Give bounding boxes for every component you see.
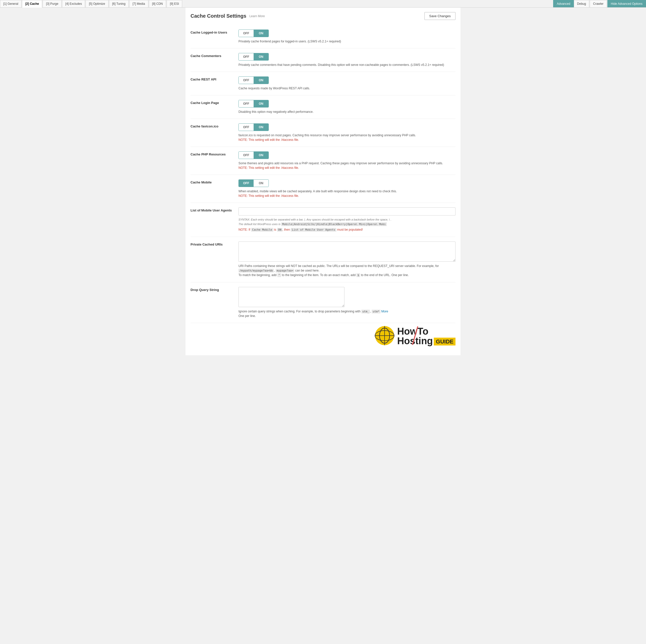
desc-cache-favicon: favicon.ico is requested on most pages. … xyxy=(238,133,455,137)
desc-cache-rest-api: Cache requests made by WordPress REST AP… xyxy=(238,86,455,91)
toggle-on-cache-mobile[interactable]: ON xyxy=(253,180,268,187)
note-suffix: must be populated! xyxy=(337,228,363,231)
setting-label-cache-logged-in: Cache Logged-in Users xyxy=(191,29,233,34)
private-cached-uris-textarea[interactable] xyxy=(238,241,455,262)
setting-control-cache-rest-api: OFF ON Cache requests made by WordPress … xyxy=(238,77,455,91)
setting-list-mobile-user-agents: List of Mobile User Agents SYNTAX: Each … xyxy=(191,203,455,237)
tab-cache[interactable]: [2] Cache xyxy=(22,0,42,8)
tab-crawler[interactable]: Crawler xyxy=(590,0,607,7)
setting-cache-php-resources: Cache PHP Resources OFF ON Some themes a… xyxy=(191,147,455,175)
tab-debug[interactable]: Debug xyxy=(574,0,589,7)
note-cache-mobile-code: Cache Mobile xyxy=(251,228,273,232)
tab-purge[interactable]: [3] Purge xyxy=(43,0,62,7)
setting-drop-query-string: Drop Query String Ignore certain query s… xyxy=(191,283,455,323)
toggle-off-cache-logged-in[interactable]: OFF xyxy=(239,30,253,37)
note-mobile-user-agents: NOTE: If Cache Mobile is ON, then List o… xyxy=(238,227,455,232)
setting-cache-favicon: Cache favicon.ico OFF ON favicon.ico is … xyxy=(191,119,455,147)
setting-control-list-mobile: SYNTAX: Each entry should be separated w… xyxy=(238,207,455,232)
caret-code: ^ xyxy=(277,273,281,277)
private-uris-example2-code: mypage?aa= xyxy=(276,269,294,273)
desc-drop-query-string: Ignore certain query strings when cachin… xyxy=(238,309,455,318)
setting-cache-commenters: Cache Commenters OFF ON Privately cache … xyxy=(191,48,455,72)
toggle-on-cache-logged-in[interactable]: ON xyxy=(253,30,268,37)
setting-label-private-cached-uris: Private Cached URIs xyxy=(191,241,233,246)
setting-control-private-cached-uris: URI Paths containing these strings will … xyxy=(238,241,455,278)
toggle-off-cache-php-resources[interactable]: OFF xyxy=(239,152,253,159)
accent-slash-icon xyxy=(410,326,420,346)
tab-esi[interactable]: [9] ESI xyxy=(167,0,182,7)
tab-general[interactable]: [1] General xyxy=(0,0,21,7)
toggle-off-cache-favicon[interactable]: OFF xyxy=(239,124,253,131)
desc-cache-php-resources: Some themes and plugins add resources vi… xyxy=(238,161,455,166)
svg-line-5 xyxy=(413,327,418,344)
howtohosting-text: HowToHostingGUIDE xyxy=(397,327,455,346)
setting-label-cache-php-resources: Cache PHP Resources xyxy=(191,151,233,156)
dqs-example1-code: utm_ xyxy=(361,310,370,313)
tab-advanced[interactable]: Advanced xyxy=(553,0,573,7)
dqs-more-link[interactable]: More xyxy=(381,310,388,313)
top-navigation: [1] General [2] Cache [3] Purge [4] Excl… xyxy=(0,0,646,8)
setting-control-cache-login-page: OFF ON Disabling this option may negativ… xyxy=(238,100,455,114)
note-cache-php-resources: NOTE: This setting will edit the .htacce… xyxy=(238,166,455,170)
desc-cache-logged-in: Privately cache frontend pages for logge… xyxy=(238,39,455,44)
toggle-on-cache-login-page[interactable]: ON xyxy=(253,100,268,107)
logo-area: HowToHostingGUIDE xyxy=(191,323,455,351)
default-list-code: Mobile|Android|Silk/|Kindle|BlackBerry|O… xyxy=(281,222,387,226)
toggle-cache-commenters[interactable]: OFF ON xyxy=(238,53,269,61)
toggle-on-cache-php-resources[interactable]: ON xyxy=(253,152,268,159)
toggle-cache-php-resources[interactable]: OFF ON xyxy=(238,151,269,159)
setting-cache-rest-api: Cache REST API OFF ON Cache requests mad… xyxy=(191,72,455,95)
toggle-off-cache-commenters[interactable]: OFF xyxy=(239,53,253,60)
private-uris-example1-code: /mypath/mypage?aa=bb xyxy=(238,269,274,273)
note-list-code: List of Mobile User Agents xyxy=(291,228,336,232)
desc-cache-mobile: When enabled, mobile views will be cache… xyxy=(238,189,455,194)
setting-label-cache-login-page: Cache Login Page xyxy=(191,100,233,105)
toggle-cache-rest-api[interactable]: OFF ON xyxy=(238,77,269,84)
toggle-off-cache-login-page[interactable]: OFF xyxy=(239,100,253,107)
tab-excludes[interactable]: [4] Excludes xyxy=(62,0,85,7)
tab-optimize[interactable]: [5] Optimize xyxy=(86,0,108,7)
toggle-on-cache-rest-api[interactable]: ON xyxy=(253,77,268,84)
howtohosting-logo-icon xyxy=(374,326,395,346)
toggle-on-cache-commenters[interactable]: ON xyxy=(253,53,268,60)
setting-control-cache-logged-in: OFF ON Privately cache frontend pages fo… xyxy=(238,29,455,44)
save-changes-button[interactable]: Save Changes xyxy=(424,12,455,20)
syntax-line2: The default list WordPress uses is xyxy=(238,223,280,226)
learn-more-link[interactable]: Learn More xyxy=(249,14,265,18)
toggle-off-cache-rest-api[interactable]: OFF xyxy=(239,77,253,84)
drop-query-string-textarea[interactable] xyxy=(238,287,344,307)
setting-control-cache-mobile: OFF ON When enabled, mobile views will b… xyxy=(238,180,455,198)
page-title: Cache Control Settings xyxy=(191,13,246,19)
setting-label-cache-favicon: Cache favicon.ico xyxy=(191,123,233,128)
setting-control-cache-php-resources: OFF ON Some themes and plugins add resou… xyxy=(238,151,455,170)
note-on-code: ON xyxy=(277,228,282,232)
toggle-off-cache-mobile[interactable]: OFF xyxy=(239,180,253,187)
tab-cdn[interactable]: [8] CDN xyxy=(149,0,166,7)
list-mobile-user-agents-input[interactable] xyxy=(238,207,455,216)
syntax-note-mobile: SYNTAX: Each entry should be separated w… xyxy=(238,218,455,226)
toggle-cache-mobile[interactable]: OFF ON xyxy=(238,180,269,187)
hide-advanced-button[interactable]: Hide Advanced Options xyxy=(608,0,646,7)
note-cache-mobile: NOTE: This setting will edit the .htacce… xyxy=(238,194,455,198)
main-content: Cache Control Settings Learn More Save C… xyxy=(186,8,460,355)
tab-tuning[interactable]: [6] Tuning xyxy=(109,0,129,7)
header-row: Cache Control Settings Learn More Save C… xyxy=(191,12,455,20)
tab-media[interactable]: [7] Media xyxy=(129,0,148,7)
setting-private-cached-uris: Private Cached URIs URI Paths containing… xyxy=(191,237,455,283)
setting-cache-logged-in-users: Cache Logged-in Users OFF ON Privately c… xyxy=(191,25,455,48)
toggle-cache-favicon[interactable]: OFF ON xyxy=(238,123,269,131)
setting-cache-login-page: Cache Login Page OFF ON Disabling this o… xyxy=(191,95,455,119)
setting-label-cache-commenters: Cache Commenters xyxy=(191,53,233,58)
dqs-example2-code: utm* xyxy=(372,310,381,313)
toggle-cache-login-page[interactable]: OFF ON xyxy=(238,100,269,108)
desc-private-cached-uris: URI Paths containing these strings will … xyxy=(238,264,455,278)
desc-cache-login-page: Disabling this option may negatively aff… xyxy=(238,110,455,114)
setting-control-drop-query-string: Ignore certain query strings when cachin… xyxy=(238,287,455,318)
header-left: Cache Control Settings Learn More xyxy=(191,13,265,19)
toggle-on-cache-favicon[interactable]: ON xyxy=(253,124,268,131)
note-cache-favicon: NOTE: This setting will edit the .htacce… xyxy=(238,137,455,142)
setting-control-cache-favicon: OFF ON favicon.ico is requested on most … xyxy=(238,123,455,142)
desc-cache-commenters: Privately cache commenters that have pen… xyxy=(238,63,455,67)
toggle-cache-logged-in[interactable]: OFF ON xyxy=(238,29,269,37)
dollar-code: $ xyxy=(356,273,360,277)
